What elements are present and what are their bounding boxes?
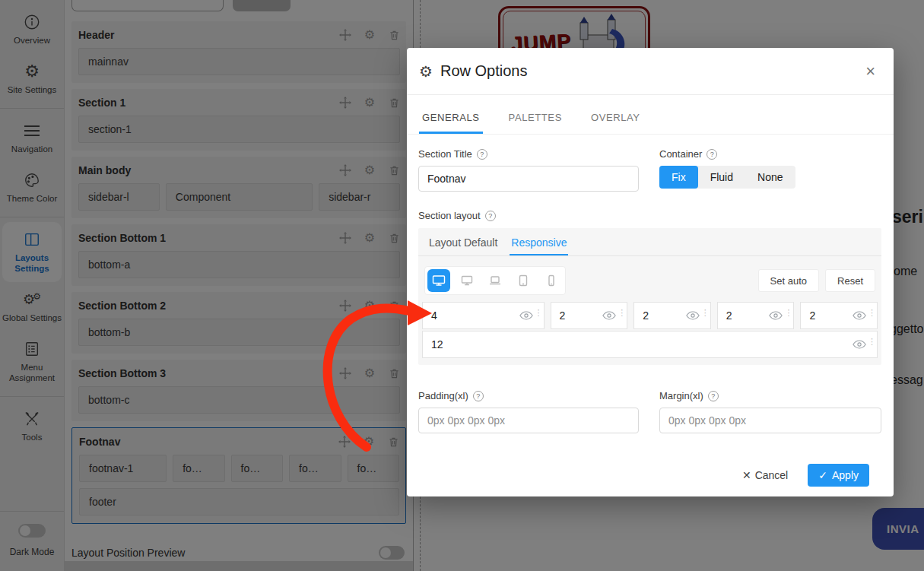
eye-icon[interactable] — [769, 311, 783, 320]
drag-handle-icon[interactable]: ⋮ — [618, 309, 626, 316]
drag-handle-icon[interactable]: ⋮ — [868, 338, 876, 345]
device-tablet-icon[interactable] — [512, 269, 535, 292]
tab-palettes[interactable]: PALETTES — [506, 112, 565, 134]
tab-overlay[interactable]: OVERLAY — [588, 112, 643, 134]
help-icon[interactable]: ? — [473, 391, 484, 401]
eye-icon[interactable] — [853, 340, 866, 349]
grid-col-input[interactable]: 4 ⋮ — [422, 302, 545, 329]
device-button-group — [424, 266, 566, 295]
container-option-fluid[interactable]: Fluid — [698, 166, 745, 189]
section-title-label: Section Title ? — [418, 148, 639, 160]
container-option-fix[interactable]: Fix — [659, 166, 698, 189]
device-desktop-xl-icon[interactable] — [427, 269, 450, 292]
grid-col-input[interactable]: 12 ⋮ — [422, 331, 878, 358]
section-layout-box: Layout Default Responsive — [418, 228, 881, 365]
container-label: Container ? — [659, 148, 881, 160]
margin-input[interactable] — [659, 408, 881, 433]
drag-handle-icon[interactable]: ⋮ — [868, 309, 876, 316]
device-toolbar: Set auto Reset — [424, 266, 875, 295]
close-icon[interactable]: × — [865, 64, 875, 79]
margin-label: Margin(xl) ? — [659, 390, 881, 401]
padding-label: Padding(xl) ? — [418, 390, 639, 401]
row-options-modal: ⚙ Row Options × GENERALS PALETTES OVERLA… — [407, 48, 894, 496]
cancel-x-icon: ✕ — [742, 469, 751, 481]
gear-icon: ⚙ — [419, 62, 433, 81]
section-layout-label: Section layout ? — [418, 210, 881, 221]
padding-input[interactable] — [418, 408, 639, 433]
help-icon[interactable]: ? — [706, 149, 717, 160]
tab-responsive[interactable]: Responsive — [510, 228, 568, 255]
layout-mode-tabs: Layout Default Responsive — [418, 228, 881, 256]
cancel-button[interactable]: ✕ Cancel — [742, 469, 788, 481]
help-icon[interactable]: ? — [708, 391, 719, 401]
help-icon[interactable]: ? — [485, 211, 496, 221]
drag-handle-icon[interactable]: ⋮ — [535, 309, 543, 316]
eye-icon[interactable] — [686, 311, 700, 320]
section-title-input[interactable] — [418, 166, 639, 192]
grid-column-editor: 4 ⋮ 2 ⋮ 2 ⋮ — [422, 302, 878, 358]
device-phone-icon[interactable] — [540, 269, 563, 292]
tab-generals[interactable]: GENERALS — [419, 112, 483, 134]
modal-body: Section Title ? Container ? Fix Fluid No… — [407, 135, 894, 487]
grid-col-input[interactable]: 2 ⋮ — [800, 302, 878, 329]
modal-tab-bar: GENERALS PALETTES OVERLAY — [407, 95, 894, 135]
container-segmented-control: Fix Fluid None — [659, 166, 795, 189]
check-icon: ✓ — [818, 469, 827, 481]
grid-col-input[interactable]: 2 ⋮ — [551, 302, 628, 329]
eye-icon[interactable] — [853, 311, 866, 320]
modal-footer: ✕ Cancel ✓ Apply — [418, 433, 881, 487]
eye-icon[interactable] — [602, 311, 616, 320]
grid-col-input[interactable]: 2 ⋮ — [717, 302, 795, 329]
grid-col-input[interactable]: 2 ⋮ — [633, 302, 711, 329]
app-root: Overview ⚙ Site Settings Navigation Them… — [0, 0, 924, 571]
set-auto-button[interactable]: Set auto — [758, 269, 819, 292]
drag-handle-icon[interactable]: ⋮ — [701, 309, 710, 316]
container-option-none[interactable]: None — [745, 166, 795, 189]
modal-header: ⚙ Row Options × — [407, 48, 894, 95]
drag-handle-icon[interactable]: ⋮ — [784, 309, 792, 316]
apply-button[interactable]: ✓ Apply — [808, 464, 869, 487]
help-icon[interactable]: ? — [477, 149, 487, 160]
reset-button[interactable]: Reset — [825, 269, 875, 292]
tab-layout-default[interactable]: Layout Default — [427, 228, 499, 255]
device-desktop-icon[interactable] — [456, 269, 478, 292]
device-laptop-icon[interactable] — [484, 269, 506, 292]
eye-icon[interactable] — [519, 311, 533, 320]
modal-title: Row Options — [440, 62, 528, 80]
